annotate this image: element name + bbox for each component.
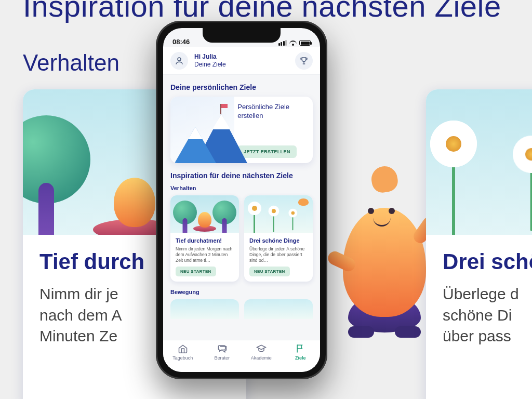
verhalten-cards-row: Tief durchatmen! Nimm dir jeden Morgen n… xyxy=(170,195,313,282)
tab-label: Berater xyxy=(214,355,230,361)
battery-icon xyxy=(299,40,311,46)
card-illustration-flowers xyxy=(244,195,313,233)
phone-frame: 08:46 Hi Julia Deine Ziele Deine persönl… xyxy=(156,21,327,379)
header-greeting: Hi Julia xyxy=(194,53,289,60)
bg-card-drei-schoene-dinge: Drei schö Überlege d schöne Di über pass xyxy=(426,89,532,399)
tab-berater[interactable]: Berater xyxy=(203,343,242,372)
scroll-area[interactable]: Deine persönlichen Ziele Persönliche Zie… xyxy=(163,75,320,340)
category-bewegung-label: Bewegung xyxy=(170,289,313,295)
wifi-icon xyxy=(289,41,297,46)
card-text: Überlege dir jeden A schöne Dinge, die d… xyxy=(249,246,308,264)
create-goal-card[interactable]: Persönliche Ziele erstellen JETZT ERSTEL… xyxy=(170,97,313,163)
category-verhalten-label: Verhalten xyxy=(170,185,313,191)
bewegung-cards-row xyxy=(170,299,313,319)
bg-card-illustration-flowers xyxy=(426,89,532,235)
goal-card-drei-schoene-dinge[interactable]: Drei schöne Dinge Überlege dir jeden A s… xyxy=(244,195,313,282)
graduation-cap-icon xyxy=(256,343,267,354)
bg-card-text: Überlege d schöne Di über pass xyxy=(443,284,532,347)
goal-card-peek[interactable] xyxy=(244,299,313,319)
status-time: 08:46 xyxy=(172,38,190,46)
goal-card-tief-durchatmen[interactable]: Tief durchatmen! Nimm dir jeden Morgen n… xyxy=(170,195,239,282)
phone-screen: 08:46 Hi Julia Deine Ziele Deine persönl… xyxy=(163,28,320,372)
bg-card-title: Drei schö xyxy=(443,249,532,274)
tab-akademie[interactable]: Akademie xyxy=(242,343,281,372)
profile-button[interactable] xyxy=(170,52,188,70)
home-icon xyxy=(177,343,189,354)
tab-ziele[interactable]: Ziele xyxy=(281,343,321,372)
chat-icon xyxy=(216,343,228,354)
phone-notch xyxy=(203,28,281,43)
signal-icon xyxy=(278,40,287,46)
tab-tagebuch[interactable]: Tagebuch xyxy=(163,343,203,372)
svg-point-0 xyxy=(178,58,181,61)
app-header: Hi Julia Deine Ziele xyxy=(163,47,320,75)
flag-icon xyxy=(295,343,306,354)
start-button[interactable]: NEU STARTEN xyxy=(176,267,216,276)
achievements-button[interactable] xyxy=(295,52,313,70)
card-title: Tief durchatmen! xyxy=(176,237,234,244)
person-icon xyxy=(175,56,184,65)
trophy-icon xyxy=(299,56,309,65)
card-text: Nimm dir jeden Morgen nach dem Aufwachen… xyxy=(176,246,234,264)
section-personal-goals-title: Deine persönlichen Ziele xyxy=(170,83,313,91)
mountain-illustration xyxy=(170,97,234,163)
header-subtitle: Deine Ziele xyxy=(194,61,289,68)
card-illustration-meditation xyxy=(170,195,239,233)
card-title: Drei schöne Dinge xyxy=(249,237,308,244)
create-goal-title: Persönliche Ziele erstellen xyxy=(237,103,307,145)
section-inspiration-title: Inspiration für deine nächsten Ziele xyxy=(170,171,313,180)
tab-label: Tagebuch xyxy=(172,355,193,361)
tab-bar: Tagebuch Berater Akademie Ziele xyxy=(163,340,320,372)
bg-section-label: Verhalten xyxy=(23,50,119,76)
tab-label: Akademie xyxy=(251,355,272,361)
bg-headline: Inspiration für deine nächsten Ziele xyxy=(23,0,501,23)
goal-card-peek[interactable] xyxy=(170,299,239,319)
start-button[interactable]: NEU STARTEN xyxy=(249,267,290,276)
tab-label: Ziele xyxy=(295,355,306,361)
